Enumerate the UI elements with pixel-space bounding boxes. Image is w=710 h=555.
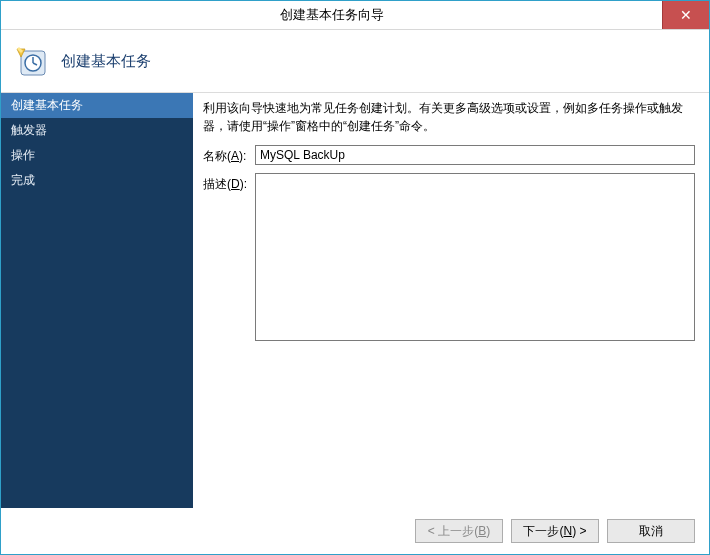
wizard-sidebar: 创建基本任务 触发器 操作 完成 bbox=[1, 93, 193, 508]
close-button[interactable]: ✕ bbox=[662, 1, 709, 29]
wizard-body: 创建基本任务 触发器 操作 完成 利用该向导快速地为常见任务创建计划。有关更多高… bbox=[1, 93, 709, 508]
sidebar-step-label: 操作 bbox=[11, 148, 35, 162]
name-row: 名称(A): bbox=[203, 145, 695, 165]
description-textarea[interactable] bbox=[255, 173, 695, 341]
sidebar-step-label: 创建基本任务 bbox=[11, 98, 83, 112]
name-label: 名称(A): bbox=[203, 145, 255, 165]
description-label: 描述(D): bbox=[203, 173, 255, 193]
wizard-clock-icon bbox=[15, 45, 47, 77]
description-row: 描述(D): bbox=[203, 173, 695, 341]
wizard-window: 创建基本任务向导 ✕ 创建基本任务 创建基本任务 触发器 bbox=[0, 0, 710, 555]
intro-text: 利用该向导快速地为常见任务创建计划。有关更多高级选项或设置，例如多任务操作或触发… bbox=[203, 99, 695, 135]
back-button: < 上一步(B) bbox=[415, 519, 503, 543]
name-input[interactable] bbox=[255, 145, 695, 165]
cancel-button[interactable]: 取消 bbox=[607, 519, 695, 543]
close-icon: ✕ bbox=[680, 7, 692, 23]
next-button[interactable]: 下一步(N) > bbox=[511, 519, 599, 543]
wizard-footer: < 上一步(B) 下一步(N) > 取消 bbox=[1, 508, 709, 554]
wizard-header: 创建基本任务 bbox=[1, 30, 709, 93]
sidebar-step-trigger[interactable]: 触发器 bbox=[1, 118, 193, 143]
sidebar-step-label: 完成 bbox=[11, 173, 35, 187]
sidebar-step-action[interactable]: 操作 bbox=[1, 143, 193, 168]
sidebar-step-finish[interactable]: 完成 bbox=[1, 168, 193, 193]
wizard-content: 利用该向导快速地为常见任务创建计划。有关更多高级选项或设置，例如多任务操作或触发… bbox=[193, 93, 709, 508]
sidebar-step-create[interactable]: 创建基本任务 bbox=[1, 93, 193, 118]
window-title: 创建基本任务向导 bbox=[1, 1, 662, 29]
sidebar-step-label: 触发器 bbox=[11, 123, 47, 137]
titlebar: 创建基本任务向导 ✕ bbox=[1, 1, 709, 30]
wizard-heading: 创建基本任务 bbox=[61, 52, 151, 71]
